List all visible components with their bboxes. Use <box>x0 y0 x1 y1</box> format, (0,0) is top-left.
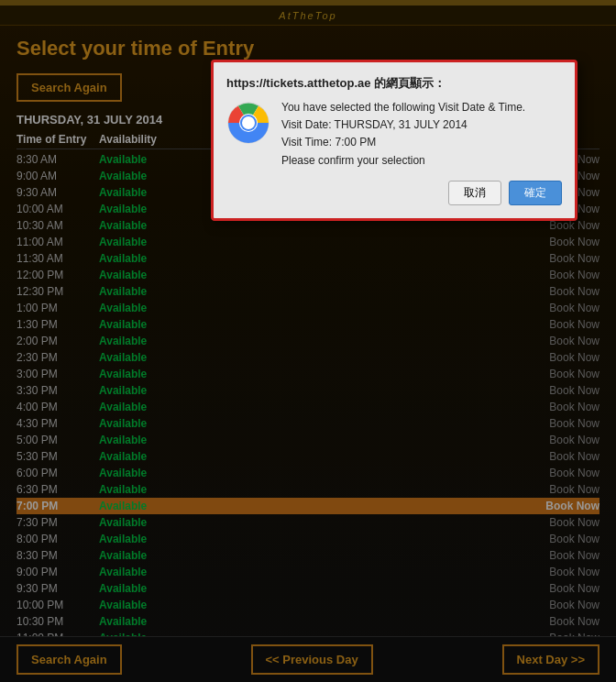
modal-overlay: https://tickets.atthetop.ae 的網頁顯示： <box>0 0 616 682</box>
modal-confirm-button[interactable]: 確定 <box>509 181 562 205</box>
svg-point-3 <box>242 116 255 129</box>
modal-cancel-button[interactable]: 取消 <box>448 181 501 205</box>
modal-line1: You have selected the following Visit Da… <box>281 99 525 116</box>
page-wrapper: AtTheTop Select your time of Entry Searc… <box>0 0 616 682</box>
modal-line4: Please confirm your selection <box>281 152 525 170</box>
modal-box: https://tickets.atthetop.ae 的網頁顯示： <box>211 60 578 221</box>
modal-message: You have selected the following Visit Da… <box>281 99 525 170</box>
modal-line3: Visit Time: 7:00 PM <box>281 134 525 151</box>
modal-body: You have selected the following Visit Da… <box>226 99 562 170</box>
modal-header: https://tickets.atthetop.ae 的網頁顯示： <box>226 75 562 92</box>
modal-line2: Visit Date: THURSDAY, 31 JULY 2014 <box>281 116 525 134</box>
modal-buttons: 取消 確定 <box>226 181 562 205</box>
chrome-icon <box>226 101 270 145</box>
